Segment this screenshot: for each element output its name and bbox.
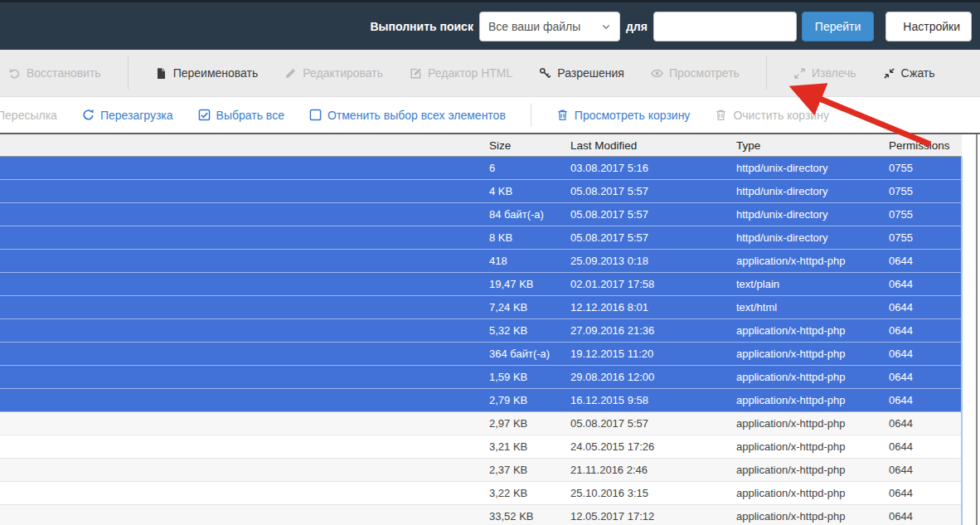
- cell-permissions: 0644: [889, 394, 962, 406]
- toolbar-item-label: Извлечь: [812, 66, 856, 80]
- cell-size: 3,22 KB: [489, 487, 570, 499]
- go-button[interactable]: Перейти: [802, 12, 874, 41]
- toolbar-item-label: Разрешения: [557, 66, 624, 80]
- toolbar-item[interactable]: Разрешения: [539, 66, 624, 80]
- toolbar-item[interactable]: Очистить корзину: [715, 109, 829, 122]
- toolbar-item-label: Отменить выбор всех элементов: [327, 109, 506, 122]
- cell-last-modified: 12.05.2017 17:12: [570, 510, 736, 523]
- cell-permissions: 0644: [889, 371, 962, 383]
- eye-icon: [651, 67, 663, 80]
- toolbar-item[interactable]: Восстановить: [8, 66, 101, 80]
- toolbar-item[interactable]: Пересылка: [0, 109, 57, 122]
- toolbar-item[interactable]: Отменить выбор всех элементов: [309, 109, 506, 122]
- cell-last-modified: 03.08.2017 5:16: [570, 162, 736, 174]
- cell-permissions: 0644: [889, 255, 962, 267]
- cell-size: 6: [489, 162, 570, 174]
- table-row[interactable]: 84 байт(-а) 05.08.2017 5:57 httpd/unix-d…: [0, 203, 962, 226]
- toolbar-item-label: Восстановить: [27, 66, 101, 80]
- table-row[interactable]: 33,52 KB 12.05.2017 17:12 application/x-…: [0, 505, 962, 525]
- toolbar-item-label: Просмотреть: [669, 66, 740, 80]
- toolbar-divider: [766, 56, 767, 90]
- cell-last-modified: 05.08.2017 5:57: [570, 185, 736, 197]
- table-row[interactable]: 1,59 KB 29.08.2016 12:00 application/x-h…: [0, 366, 962, 389]
- toolbar-item-label: Выбрать все: [216, 109, 284, 122]
- cell-permissions: 0644: [889, 510, 962, 523]
- toolbar-item-label: Редактировать: [303, 66, 383, 80]
- table-row[interactable]: 3,21 KB 24.05.2015 17:26 application/x-h…: [0, 435, 962, 459]
- file-icon: [155, 67, 167, 80]
- table-row[interactable]: 2,97 KB 05.08.2017 5:57 application/x-ht…: [0, 412, 962, 435]
- cell-permissions: 0755: [889, 208, 962, 221]
- table-row[interactable]: 7,24 KB 12.12.2016 8:01 text/html 0644: [0, 296, 962, 319]
- expand-icon: [793, 67, 806, 80]
- table-row[interactable]: 3,22 KB 25.10.2016 3:15 application/x-ht…: [0, 482, 962, 505]
- cell-last-modified: 05.08.2017 5:57: [570, 417, 736, 430]
- chevron-down-icon: [601, 22, 611, 32]
- cell-size: 8 KB: [489, 231, 570, 244]
- table-row[interactable]: 8 KB 05.08.2017 5:57 httpd/unix-director…: [0, 226, 962, 250]
- table-row[interactable]: 418 25.09.2013 0:18 application/x-httpd-…: [0, 250, 962, 273]
- column-header-permissions[interactable]: Permissions: [889, 139, 962, 152]
- cell-size: 2,79 KB: [489, 394, 570, 406]
- toolbar-item[interactable]: Редактор HTML: [410, 66, 512, 80]
- column-header-type[interactable]: Type: [736, 139, 889, 152]
- file-table-body: 6 03.08.2017 5:16 httpd/unix-directory 0…: [0, 157, 962, 525]
- cell-last-modified: 24.05.2015 17:26: [570, 440, 736, 453]
- top-search-bar: Выполнить поиск Все ваши файлы для Перей…: [0, 0, 980, 50]
- column-header-size[interactable]: Size: [489, 139, 570, 152]
- search-label: Выполнить поиск: [370, 20, 473, 33]
- toolbar-item-label: Просмотреть корзину: [575, 109, 691, 122]
- toolbar-item[interactable]: Переименовать: [155, 66, 259, 80]
- toolbar-divider: [128, 56, 129, 90]
- toolbar-item[interactable]: Перезагрузка: [82, 109, 173, 122]
- undo-icon: [8, 67, 21, 80]
- toolbar-item-label: Пересылка: [0, 109, 57, 122]
- cell-last-modified: 25.10.2016 3:15: [570, 487, 736, 499]
- table-right-edge-line: [961, 157, 963, 525]
- table-row[interactable]: 2,79 KB 16.12.2015 9:58 application/x-ht…: [0, 389, 962, 412]
- cell-permissions: 0755: [889, 185, 962, 197]
- cell-type: application/x-httpd-php: [736, 348, 889, 360]
- trash-icon: [715, 109, 727, 121]
- cell-size: 2,97 KB: [489, 417, 570, 430]
- cell-type: httpd/unix-directory: [736, 185, 889, 197]
- search-scope-value: Все ваши файлы: [488, 20, 580, 33]
- pencil-icon: [284, 67, 297, 80]
- scrollbar-track-line[interactable]: [976, 134, 978, 525]
- toolbar-item[interactable]: Выбрать все: [198, 109, 284, 122]
- toolbar-item[interactable]: Сжать: [883, 66, 935, 80]
- cell-type: httpd/unix-directory: [736, 208, 889, 221]
- settings-button-label: Настройки: [903, 20, 960, 33]
- toolbar-item[interactable]: Редактировать: [284, 66, 383, 80]
- table-row[interactable]: 19,47 KB 02.01.2017 17:58 text/plain 064…: [0, 273, 962, 296]
- cell-permissions: 0644: [889, 324, 962, 337]
- cell-permissions: 0644: [889, 440, 962, 453]
- cell-last-modified: 25.09.2013 0:18: [570, 255, 736, 267]
- cell-type: application/x-httpd-php: [736, 255, 889, 267]
- search-input[interactable]: [653, 12, 797, 41]
- table-row[interactable]: 2,37 KB 21.11.2016 2:46 application/x-ht…: [0, 459, 962, 482]
- toolbar-item[interactable]: Просмотреть: [651, 66, 740, 80]
- search-scope-select[interactable]: Все ваши файлы: [479, 12, 620, 41]
- cell-size: 7,24 KB: [489, 301, 570, 314]
- cell-permissions: 0644: [889, 348, 962, 360]
- cell-last-modified: 12.12.2016 8:01: [570, 301, 736, 314]
- cell-last-modified: 21.11.2016 2:46: [570, 464, 736, 476]
- cell-last-modified: 02.01.2017 17:58: [570, 278, 736, 290]
- secondary-toolbar: Пересылка Перезагрузка Выбрать все Отмен…: [0, 97, 980, 133]
- trash-icon: [556, 109, 569, 121]
- refresh-icon: [82, 109, 95, 121]
- cell-type: application/x-httpd-php: [736, 324, 889, 337]
- toolbar-item[interactable]: Извлечь: [793, 66, 856, 80]
- settings-button[interactable]: Настройки: [885, 12, 972, 41]
- table-row[interactable]: 364 байт(-а) 19.12.2015 11:20 applicatio…: [0, 343, 962, 366]
- cell-permissions: 0644: [889, 464, 962, 476]
- table-row[interactable]: 5,32 KB 27.09.2016 21:36 application/x-h…: [0, 319, 962, 343]
- cell-permissions: 0644: [889, 417, 962, 430]
- cell-permissions: 0755: [889, 231, 962, 244]
- compress-icon: [883, 67, 895, 80]
- toolbar-item[interactable]: Просмотреть корзину: [556, 109, 691, 122]
- table-row[interactable]: 4 KB 05.08.2017 5:57 httpd/unix-director…: [0, 180, 962, 203]
- table-row[interactable]: 6 03.08.2017 5:16 httpd/unix-directory 0…: [0, 157, 962, 180]
- column-header-last-modified[interactable]: Last Modified: [570, 139, 736, 152]
